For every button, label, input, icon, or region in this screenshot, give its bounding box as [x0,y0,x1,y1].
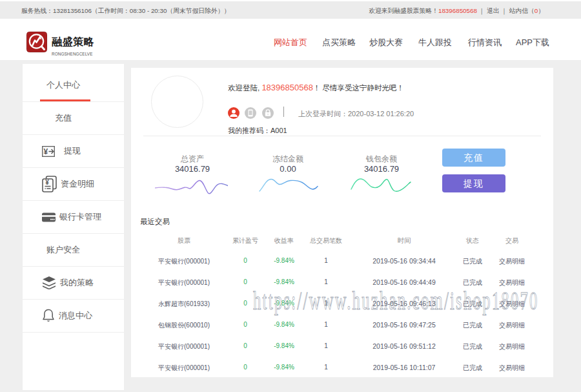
svg-text:¥: ¥ [44,147,48,156]
svg-text:¥: ¥ [45,179,49,186]
